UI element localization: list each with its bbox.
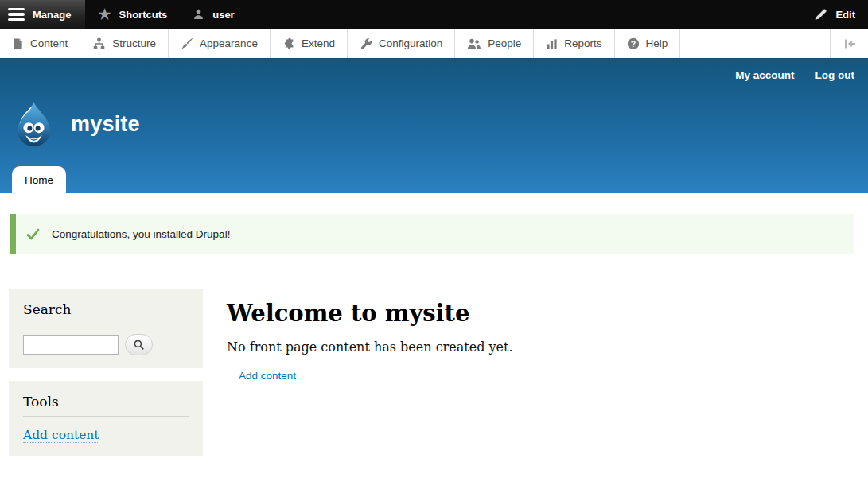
tray-item-people[interactable]: People xyxy=(455,29,534,58)
search-input[interactable] xyxy=(23,335,119,355)
admin-toolbar-tray: Content Structure Appearance Extend Conf… xyxy=(0,29,868,59)
site-branding: mysite xyxy=(11,101,140,147)
bar-chart-icon xyxy=(546,37,558,50)
tray-label: Appearance xyxy=(200,37,258,49)
add-content-link[interactable]: Add content xyxy=(239,370,296,382)
tray-label: Content xyxy=(30,37,68,49)
edit-label: Edit xyxy=(835,9,855,21)
sitemap-icon xyxy=(92,37,106,50)
checkmark-icon xyxy=(26,228,40,240)
star-icon: ★ xyxy=(98,7,111,21)
hamburger-icon xyxy=(8,8,25,21)
search-form xyxy=(23,334,189,355)
toolbar-orientation-toggle[interactable] xyxy=(830,29,868,58)
site-name[interactable]: mysite xyxy=(71,112,140,137)
people-icon xyxy=(467,37,481,50)
tray-item-extend[interactable]: Extend xyxy=(271,29,348,58)
manage-menu-item[interactable]: Manage xyxy=(0,0,85,29)
manage-label: Manage xyxy=(33,9,71,21)
page-title: Welcome to mysite xyxy=(227,300,852,327)
tray-item-content[interactable]: Content xyxy=(0,29,80,58)
main-content: Welcome to mysite No front page content … xyxy=(227,289,852,382)
my-account-link[interactable]: My account xyxy=(735,69,794,81)
status-message: Congratulations, you installed Drupal! xyxy=(10,214,854,254)
magnifier-icon xyxy=(133,339,145,351)
main-layout: Search Tools Add content Welcome to mysi… xyxy=(0,254,868,456)
tray-label: Reports xyxy=(564,37,601,49)
collapse-left-icon xyxy=(842,37,858,50)
tray-spacer xyxy=(680,29,830,58)
pencil-icon xyxy=(815,8,827,21)
tab-home[interactable]: Home xyxy=(12,166,66,193)
status-text: Congratulations, you installed Drupal! xyxy=(52,228,230,240)
search-block: Search xyxy=(9,289,203,368)
tray-label: Help xyxy=(646,37,668,49)
admin-toolbar-bar: Manage ★ Shortcuts user Edit xyxy=(0,0,868,29)
tools-block-title: Tools xyxy=(23,394,189,417)
tray-label: Extend xyxy=(302,37,335,49)
sidebar: Search Tools Add content xyxy=(9,289,203,456)
site-header: My account Log out xyxy=(0,59,868,193)
user-menu-item[interactable]: user xyxy=(180,0,247,29)
log-out-link[interactable]: Log out xyxy=(815,69,854,81)
empty-frontpage-text: No front page content has been created y… xyxy=(227,340,852,355)
shortcuts-label: Shortcuts xyxy=(119,9,168,21)
search-submit-button[interactable] xyxy=(125,334,153,355)
tray-label: Configuration xyxy=(379,37,442,49)
tray-item-appearance[interactable]: Appearance xyxy=(169,29,271,58)
person-icon xyxy=(193,8,204,21)
question-icon: ? xyxy=(627,37,640,50)
file-icon xyxy=(12,37,24,50)
tray-item-structure[interactable]: Structure xyxy=(80,29,169,58)
tray-item-help[interactable]: ? Help xyxy=(615,29,681,58)
tray-label: Structure xyxy=(112,37,156,49)
drupal-logo[interactable] xyxy=(11,101,56,147)
shortcuts-menu-item[interactable]: ★ Shortcuts xyxy=(85,0,180,29)
tray-item-reports[interactable]: Reports xyxy=(534,29,614,58)
edit-button[interactable]: Edit xyxy=(802,0,868,29)
search-block-title: Search xyxy=(23,301,189,324)
tools-block: Tools Add content xyxy=(9,381,203,456)
svg-text:?: ? xyxy=(630,38,635,48)
user-label: user xyxy=(212,9,234,21)
sidebar-add-content-link[interactable]: Add content xyxy=(23,428,99,443)
secondary-menu: My account Log out xyxy=(735,69,854,81)
tray-label: People xyxy=(488,37,521,49)
brush-icon xyxy=(181,37,193,50)
puzzle-icon xyxy=(282,37,295,50)
wrench-icon xyxy=(360,37,372,50)
admin-bar-spacer xyxy=(247,0,803,29)
tray-item-configuration[interactable]: Configuration xyxy=(348,29,455,58)
